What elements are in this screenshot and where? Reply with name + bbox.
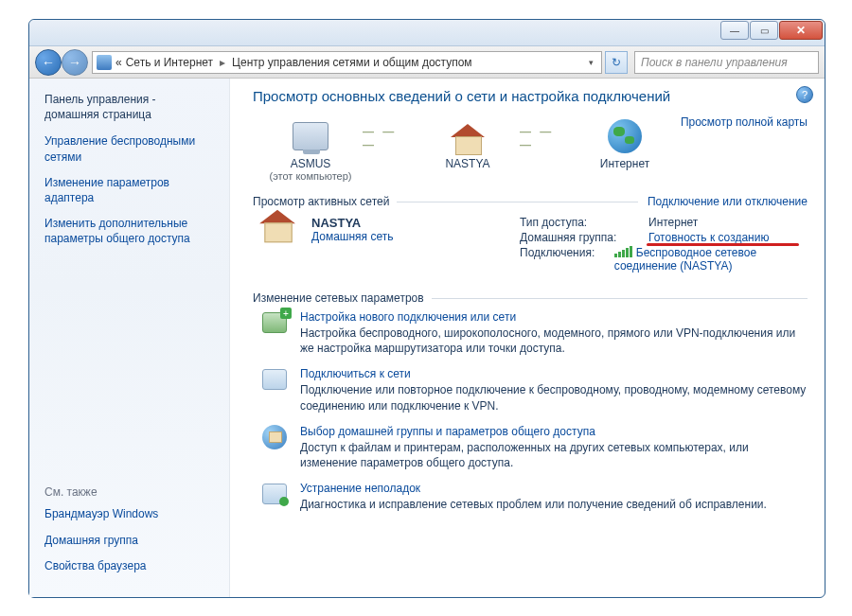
task-connect-network[interactable]: Подключиться к сетиПодключение или повто… (260, 367, 808, 413)
refresh-button[interactable]: ↻ (605, 51, 628, 74)
nav-back-button[interactable]: ← (35, 49, 62, 76)
page-title: Просмотр основных сведений о сети и наст… (253, 88, 808, 104)
troubleshoot-icon (262, 484, 287, 504)
close-button[interactable]: ✕ (779, 21, 823, 40)
homegroup-ready-link[interactable]: Готовность к созданию (648, 231, 769, 244)
network-type-link[interactable]: Домашняя сеть (311, 230, 393, 243)
network-name: NASTYA (311, 216, 393, 230)
minimize-button[interactable]: — (720, 21, 749, 40)
change-settings-header: Изменение сетевых параметров (253, 291, 424, 305)
titlebar: — ▭ ✕ (29, 20, 825, 46)
chevron-right-icon[interactable]: ▸ (217, 56, 228, 69)
homegroup-icon (262, 425, 287, 449)
sidebar-also-homegroup[interactable]: Домашняя группа (44, 533, 214, 548)
active-networks-header: Просмотр активных сетей (253, 195, 389, 208)
nav-forward-button[interactable]: → (62, 49, 88, 76)
connection-line-2: — — — (520, 119, 573, 157)
breadcrumb-prefix: « (115, 56, 122, 69)
sidebar-item-adapter[interactable]: Изменение параметров адаптера (44, 175, 214, 205)
search-input[interactable]: Поиск в панели управления (634, 51, 819, 74)
help-icon[interactable]: ? (796, 86, 813, 103)
wifi-signal-icon (614, 246, 632, 257)
breadcrumb-2[interactable]: Центр управления сетями и общим доступом (232, 56, 472, 69)
connect-disconnect-link[interactable]: Подключение или отключение (648, 195, 808, 208)
computer-icon (293, 122, 328, 150)
connect-icon (262, 369, 287, 390)
node-network[interactable]: NASTYA (416, 117, 520, 170)
label-connections: Подключения: (520, 246, 614, 273)
house-icon (451, 124, 485, 137)
value-access-type: Интернет (648, 216, 698, 229)
view-full-map-link[interactable]: Просмотр полной карты (681, 115, 808, 129)
navigation-bar: ← → « Сеть и Интернет ▸ Центр управления… (29, 46, 825, 79)
control-panel-icon (97, 55, 112, 70)
sidebar-item-sharing[interactable]: Изменить дополнительные параметры общего… (44, 216, 214, 246)
breadcrumb-1[interactable]: Сеть и Интернет (126, 56, 213, 69)
new-connection-icon (262, 312, 287, 333)
connection-line-1: — — — (363, 119, 416, 157)
task-new-connection[interactable]: Настройка нового подключения или сетиНас… (260, 310, 808, 356)
see-also-header: См. также (44, 485, 214, 499)
address-dropdown-icon[interactable]: ▾ (585, 58, 597, 67)
node-this-pc[interactable]: ASMUS (этот компьютер) (258, 117, 363, 182)
sidebar: Панель управления -домашняя страница Упр… (29, 79, 230, 597)
house-icon (259, 210, 295, 224)
sidebar-home-link[interactable]: Панель управления -домашняя страница (44, 92, 214, 122)
node-internet[interactable]: Интернет (573, 117, 677, 170)
task-troubleshoot[interactable]: Устранение неполадокДиагностика и исправ… (260, 482, 808, 512)
sidebar-item-wireless[interactable]: Управление беспроводными сетями (44, 133, 214, 164)
label-access-type: Тип доступа: (520, 216, 648, 229)
active-network-panel: NASTYA Домашняя сеть Тип доступа: Интерн… (253, 214, 808, 288)
task-homegroup-sharing[interactable]: Выбор домашней группы и параметров общег… (260, 425, 808, 470)
globe-icon (608, 119, 642, 153)
connection-link[interactable]: Беспроводное сетевое соединение (NASTYA) (614, 246, 756, 273)
address-bar[interactable]: « Сеть и Интернет ▸ Центр управления сет… (92, 51, 602, 74)
control-panel-window: — ▭ ✕ ← → « Сеть и Интернет ▸ Центр упра… (28, 19, 825, 598)
label-homegroup: Домашняя группа: (520, 231, 648, 244)
main-content: ? Просмотр основных сведений о сети и на… (230, 79, 825, 597)
search-placeholder: Поиск в панели управления (641, 56, 788, 69)
maximize-button[interactable]: ▭ (750, 21, 778, 40)
sidebar-also-firewall[interactable]: Брандмауэр Windows (44, 506, 214, 521)
network-map: Просмотр полной карты ASMUS (этот компью… (253, 115, 808, 191)
sidebar-also-browser[interactable]: Свойства браузера (44, 558, 214, 573)
